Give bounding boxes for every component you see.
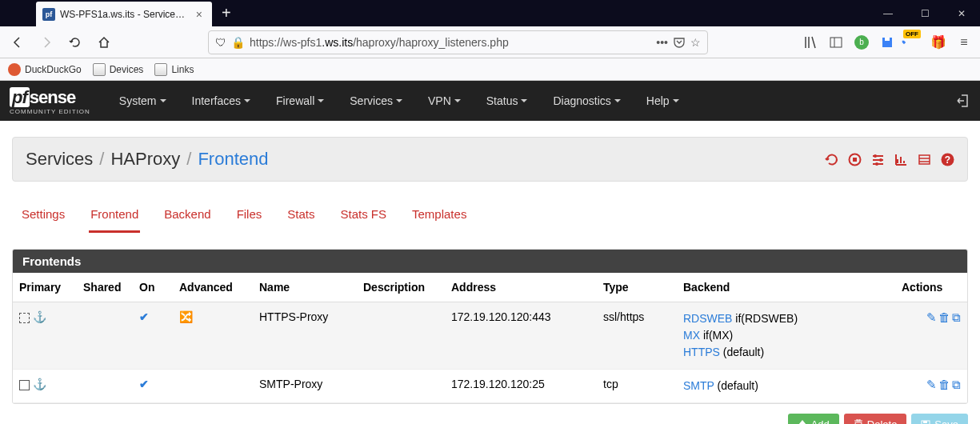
col-backend[interactable]: Backend — [677, 273, 895, 302]
add-button[interactable]: Add — [788, 414, 839, 424]
row-checkbox[interactable] — [19, 380, 30, 390]
ellipsis-icon[interactable]: ••• — [656, 36, 668, 49]
menu-diagnostics[interactable]: Diagnostics — [540, 81, 633, 121]
tab-files[interactable]: Files — [235, 201, 264, 233]
edit-icon[interactable]: ✎ — [926, 378, 937, 391]
delete-row-icon[interactable]: 🗑 — [938, 378, 950, 391]
breadcrumb-services[interactable]: Services — [26, 149, 93, 170]
back-button[interactable] — [5, 30, 30, 55]
pfsense-menu: System Interfaces Firewall Services VPN … — [106, 81, 692, 121]
col-on[interactable]: On — [133, 273, 173, 302]
page-content: Services / HAProxy / Frontend ? Settings… — [0, 121, 980, 424]
browser-tab[interactable]: pf WS-PFS1a.ws.its - Services: HAP × — [36, 2, 212, 26]
cell-name: HTTPS-Proxy — [253, 302, 357, 370]
service-action-icons: ? — [825, 153, 954, 166]
browser-tab-bar: pf WS-PFS1a.ws.its - Services: HAP × + —… — [0, 0, 980, 26]
menu-help[interactable]: Help — [634, 81, 692, 121]
tab-title: WS-PFS1a.ws.its - Services: HAP — [60, 9, 188, 20]
maximize-button[interactable]: ☐ — [906, 0, 943, 26]
table-row[interactable]: ⚓ ✔ 🔀 HTTPS-Proxy 172.19.120.120:443 ssl… — [13, 302, 967, 370]
svg-rect-3 — [885, 38, 890, 41]
bookmark-duckduckgo[interactable]: DuckDuckGo — [8, 63, 82, 76]
svg-point-6 — [874, 154, 877, 158]
caret-down-icon — [614, 99, 621, 102]
tab-frontend[interactable]: Frontend — [89, 201, 140, 233]
delete-row-icon[interactable]: 🗑 — [938, 310, 950, 324]
home-button[interactable] — [91, 30, 117, 55]
cell-description — [357, 370, 445, 403]
cell-backend: SMTP (default) — [677, 370, 895, 403]
tab-templates[interactable]: Templates — [410, 201, 468, 233]
caret-down-icon — [396, 99, 402, 102]
window-controls: — ☐ ✕ — [870, 0, 980, 26]
close-tab-icon[interactable]: × — [193, 8, 206, 21]
col-name[interactable]: Name — [253, 273, 357, 302]
gift-icon[interactable]: 🎁 — [927, 31, 950, 54]
svg-point-8 — [875, 162, 878, 166]
col-actions[interactable]: Actions — [895, 273, 967, 302]
tab-stats-fs[interactable]: Stats FS — [338, 201, 388, 233]
pfsense-logo[interactable]: pfsense COMMUNITY EDITION — [10, 87, 90, 115]
save-button[interactable]: Save — [911, 414, 968, 424]
shield-icon[interactable]: 🛡 — [215, 36, 226, 49]
backend-link[interactable]: MX — [683, 329, 700, 342]
col-advanced[interactable]: Advanced — [173, 273, 253, 302]
stop-service-icon[interactable] — [848, 153, 862, 166]
sidebar-icon[interactable] — [825, 31, 847, 54]
bookmark-devices[interactable]: Devices — [93, 63, 144, 76]
save-disk-icon[interactable] — [876, 31, 898, 54]
duckduckgo-icon — [8, 63, 21, 76]
minimize-button[interactable]: — — [870, 0, 906, 26]
stats-icon[interactable] — [894, 153, 908, 166]
cell-backend: RDSWEB if(RDSWEB)MX if(MX)HTTPS (default… — [677, 302, 895, 370]
restart-service-icon[interactable] — [825, 153, 838, 166]
lock-icon[interactable]: 🔒 — [231, 36, 245, 49]
backend-link[interactable]: HTTPS — [683, 346, 720, 358]
tab-stats[interactable]: Stats — [286, 201, 316, 233]
breadcrumb-frontend[interactable]: Frontend — [198, 149, 268, 170]
bookmark-star-icon[interactable]: ☆ — [690, 36, 701, 49]
bookmark-links[interactable]: Links — [154, 63, 194, 76]
menu-firewall[interactable]: Firewall — [263, 81, 337, 121]
copy-icon[interactable]: ⧉ — [952, 310, 961, 324]
table-row[interactable]: ⚓ ✔ SMTP-Proxy 172.19.120.120:25 tcp SMT… — [13, 370, 967, 403]
col-shared[interactable]: Shared — [77, 273, 133, 302]
col-address[interactable]: Address — [445, 273, 597, 302]
caret-down-icon — [673, 99, 679, 102]
cell-address: 172.19.120.120:443 — [445, 302, 597, 370]
tab-backend[interactable]: Backend — [162, 201, 212, 233]
close-window-button[interactable]: ✕ — [943, 0, 980, 26]
menu-status[interactable]: Status — [474, 81, 541, 121]
logout-icon[interactable] — [956, 94, 970, 108]
sliders-icon[interactable] — [871, 153, 885, 166]
col-description[interactable]: Description — [357, 273, 445, 302]
row-checkbox[interactable] — [19, 313, 30, 323]
delete-button[interactable]: Delete — [844, 414, 907, 424]
menu-services[interactable]: Services — [337, 81, 415, 121]
library-icon[interactable] — [799, 31, 822, 54]
edit-icon[interactable]: ✎ — [926, 310, 937, 324]
list-icon[interactable] — [918, 153, 931, 166]
tab-settings[interactable]: Settings — [20, 201, 66, 233]
col-primary[interactable]: Primary — [13, 273, 77, 302]
breadcrumb-haproxy[interactable]: HAProxy — [110, 149, 180, 170]
forward-button[interactable] — [34, 30, 59, 55]
help-icon[interactable]: ? — [941, 153, 954, 166]
menu-system[interactable]: System — [106, 81, 179, 121]
extension-green-icon[interactable]: b — [850, 31, 873, 54]
drag-handle-icon[interactable]: ⚓ — [33, 378, 46, 390]
drag-handle-icon[interactable]: ⚓ — [33, 310, 46, 323]
col-type[interactable]: Type — [597, 273, 677, 302]
url-bar[interactable]: 🛡 🔒 https://ws-pfs1.ws.its/haproxy/hapro… — [208, 30, 708, 54]
new-tab-button[interactable]: + — [212, 4, 241, 22]
menu-vpn[interactable]: VPN — [415, 81, 474, 121]
menu-interfaces[interactable]: Interfaces — [179, 81, 263, 121]
svg-rect-13 — [923, 421, 927, 423]
pocket-icon[interactable] — [673, 36, 686, 49]
menu-icon[interactable]: ≡ — [953, 31, 975, 54]
backend-link[interactable]: SMTP — [683, 379, 714, 392]
copy-icon[interactable]: ⧉ — [952, 378, 961, 391]
reload-button[interactable] — [62, 30, 88, 55]
tag-icon[interactable]: OFF — [902, 31, 924, 54]
backend-link[interactable]: RDSWEB — [683, 312, 732, 325]
